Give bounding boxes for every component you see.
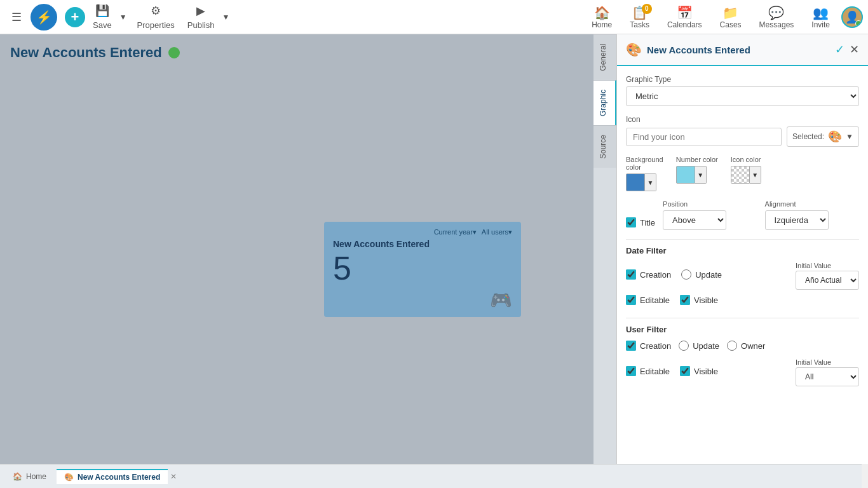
user-editable-label: Editable (640, 367, 670, 376)
date-creation-checkbox[interactable] (626, 269, 636, 280)
right-panel: 🎨 New Accounts Entered ✓ ✕ Graphic Type … (616, 34, 868, 464)
bottom-tab-new-accounts-label: New Accounts Entered (78, 473, 160, 482)
bottom-panel-spacer (610, 464, 862, 488)
date-update-radio[interactable] (681, 269, 691, 280)
panel-header-icon: 🎨 (626, 42, 642, 57)
user-creation-checkbox[interactable] (626, 341, 636, 351)
date-editable-label: Editable (640, 295, 670, 305)
graphic-type-group: Graphic Type Metric Chart Table (626, 75, 859, 106)
date-initial-value-group: Initial Value Año Actual Este Mes Esta S… (796, 262, 859, 290)
date-initial-value-select[interactable]: Año Actual Este Mes Esta Semana Hoy (796, 271, 859, 290)
avatar-online-dot (855, 20, 862, 27)
bg-color-swatch[interactable] (626, 173, 645, 191)
alignment-label: Alignment (765, 200, 859, 208)
graphic-type-select[interactable]: Metric Chart Table (626, 86, 859, 106)
user-visible-checkbox[interactable] (680, 366, 690, 376)
save-button[interactable]: 💾 Save (88, 0, 117, 34)
widget-filters: Current year▾ All users▾ (333, 228, 512, 236)
number-color-swatch-row: ▼ (676, 166, 718, 184)
user-editable-row: Editable (626, 366, 670, 376)
bottom-tab-close-button[interactable]: ✕ (170, 472, 177, 481)
invite-nav-button[interactable]: 👥 Invite (805, 0, 836, 34)
icon-color-swatch[interactable] (731, 166, 750, 184)
icon-selected-dropdown[interactable]: Selected: 🎨 ▼ (787, 126, 859, 147)
panel-close-button[interactable]: ✕ (850, 43, 859, 57)
user-owner-radio[interactable] (727, 341, 737, 351)
icon-search-input[interactable] (626, 128, 782, 146)
top-navigation: ☰ ⚡ + 💾 Save ▼ ⚙ Properties ▶ Publish (0, 0, 868, 34)
publish-icon: ▶ (196, 4, 205, 18)
user-editable-checkbox[interactable] (626, 366, 636, 376)
bottom-tab-home[interactable]: 🏠 Home (5, 470, 54, 484)
add-icon: + (71, 9, 79, 25)
icon-color-item: Icon color ▼ (731, 156, 761, 184)
publish-dropdown-arrow[interactable]: ▼ (219, 13, 232, 22)
publish-button[interactable]: ▶ Publish (182, 0, 220, 34)
title-checkbox[interactable] (626, 217, 636, 227)
position-item: Position Above Below Left Right (663, 200, 757, 230)
filter-year-text: Current year▾ (434, 228, 477, 236)
bg-color-swatch-row: ▼ (626, 173, 663, 191)
user-filter-row1: Creation Update Owner (626, 341, 859, 353)
filter-year-link[interactable]: Current year▾ (434, 228, 477, 236)
user-update-radio[interactable] (679, 341, 689, 351)
filter-users-link[interactable]: All users▾ (482, 228, 512, 236)
messages-icon: 💬 (768, 5, 784, 20)
user-avatar[interactable]: 👤 (841, 6, 863, 28)
nav-right: 🏠 Home 0 📋 Tasks 📅 Calendars 📁 Cases 💬 M… (585, 0, 863, 34)
bottom-area: 🏠 Home 🎨 New Accounts Entered ✕ (0, 464, 868, 488)
icon-row: Selected: 🎨 ▼ (626, 126, 859, 147)
bottom-tab-home-label: Home (26, 472, 46, 481)
home-nav-button[interactable]: 🏠 Home (585, 0, 618, 34)
filter-users-text: All users▾ (482, 228, 512, 236)
date-filter-section: Date Filter Creation Update Initial (626, 246, 859, 308)
user-initial-value-select[interactable]: All Current User Team (796, 367, 859, 386)
user-visible-row: Visible (680, 366, 718, 376)
calendars-icon: 📅 (677, 5, 693, 20)
number-color-arrow[interactable]: ▼ (695, 166, 707, 184)
add-button[interactable]: + (65, 7, 85, 27)
date-visible-checkbox[interactable] (680, 295, 690, 305)
icon-group: Icon Selected: 🎨 ▼ (626, 115, 859, 147)
date-filter-radios: Creation Update (626, 269, 722, 282)
icon-color-label: Icon color (731, 156, 761, 163)
cases-nav-button[interactable]: 📁 Cases (714, 0, 748, 34)
logo-button[interactable]: ⚡ (31, 4, 57, 30)
alignment-select[interactable]: Izquierda Centro Derecha (765, 210, 829, 230)
calendars-nav-button[interactable]: 📅 Calendars (661, 0, 709, 34)
invite-icon: 👥 (813, 5, 829, 20)
bottom-tab-new-accounts[interactable]: 🎨 New Accounts Entered (57, 469, 168, 484)
position-select[interactable]: Above Below Left Right (663, 210, 726, 230)
title-checkbox-row: Title (626, 217, 655, 227)
sidebar-tab-general[interactable]: General (593, 34, 616, 80)
icon-color-arrow[interactable]: ▼ (750, 166, 761, 184)
panel-confirm-button[interactable]: ✓ (835, 43, 844, 57)
save-label: Save (93, 20, 112, 30)
messages-nav-button[interactable]: 💬 Messages (753, 0, 801, 34)
properties-button[interactable]: ⚙ Properties (132, 0, 180, 34)
sidebar-tab-graphic[interactable]: Graphic (593, 80, 616, 125)
user-filter-radios: Creation Update Owner (626, 341, 765, 353)
date-creation-row: Creation (626, 269, 671, 280)
active-indicator (168, 47, 180, 58)
panel-header: 🎨 New Accounts Entered ✓ ✕ (617, 34, 868, 66)
number-color-swatch[interactable] (676, 166, 695, 184)
sidebar-tab-source[interactable]: Source (593, 125, 616, 168)
invite-label: Invite (811, 20, 830, 29)
canvas-area: New Accounts Entered Current year▾ All u… (0, 34, 616, 464)
publish-action-group: ▶ Publish ▼ (182, 0, 233, 34)
save-dropdown-arrow[interactable]: ▼ (117, 13, 130, 22)
panel-header-title: New Accounts Entered (647, 44, 830, 55)
bg-color-arrow[interactable]: ▼ (645, 173, 656, 191)
publish-label: Publish (187, 20, 215, 30)
date-editable-checkbox[interactable] (626, 295, 636, 305)
date-filter-header: Date Filter (626, 246, 859, 255)
date-update-row: Update (681, 269, 722, 280)
logo-icon: ⚡ (36, 10, 52, 25)
tasks-label: Tasks (630, 20, 649, 29)
date-editable-row: Editable (626, 295, 670, 305)
hamburger-button[interactable]: ☰ (5, 6, 28, 29)
title-checkbox-label: Title (640, 218, 655, 227)
tasks-nav-button[interactable]: 0 📋 Tasks (623, 0, 656, 34)
widget-card-title: New Accounts Entered (333, 239, 512, 249)
